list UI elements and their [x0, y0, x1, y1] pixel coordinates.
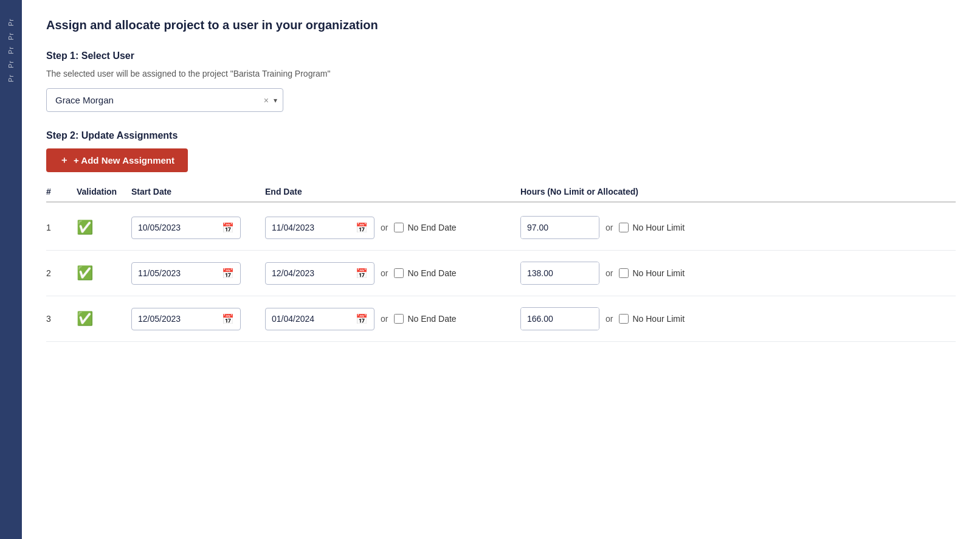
- col-header-start-date: Start Date: [131, 187, 265, 196]
- row-1-hours-or-label: or: [606, 223, 613, 232]
- row-3-hours-group: ▲ ▼ or No Hour Limit: [520, 307, 956, 330]
- row-3-hours-value[interactable]: [521, 308, 599, 330]
- row-3-no-hour-limit-label[interactable]: No Hour Limit: [619, 314, 685, 324]
- row-1-hours-value[interactable]: [521, 217, 599, 238]
- user-select-box[interactable]: Grace Morgan: [46, 88, 283, 112]
- table-row: 1 ✅ 10/05/2023 📅 11/04/2023 📅 or: [46, 205, 956, 251]
- row-3-end-date-field[interactable]: 01/04/2024 📅: [265, 308, 374, 330]
- selected-user-value: Grace Morgan: [55, 95, 114, 105]
- row-3-no-hour-limit-text: No Hour Limit: [632, 314, 685, 324]
- user-select-wrapper[interactable]: Grace Morgan × ▾: [46, 88, 283, 112]
- table-header: # Validation Start Date End Date Hours (…: [46, 187, 956, 203]
- sidebar: Pr Pr Pr Pr Pr: [0, 0, 22, 539]
- row-2-num: 2: [46, 268, 77, 278]
- row-1-end-date-calendar-icon[interactable]: 📅: [356, 222, 368, 234]
- row-3-start-date-field[interactable]: 12/05/2023 📅: [131, 308, 265, 330]
- table-row: 2 ✅ 11/05/2023 📅 12/04/2023 📅 or: [46, 251, 956, 296]
- main-content: Assign and allocate project to a user in…: [22, 0, 980, 539]
- col-header-validation: Validation: [77, 187, 131, 196]
- row-2-no-end-date-label[interactable]: No End Date: [394, 268, 456, 278]
- row-3-end-date-value: 01/04/2024: [272, 314, 356, 324]
- row-3-start-date-calendar-icon[interactable]: 📅: [222, 313, 234, 325]
- row-1-num: 1: [46, 223, 77, 232]
- row-2-end-date-group: 12/04/2023 📅 or No End Date: [265, 262, 520, 285]
- row-3-validation-icon: ✅: [77, 311, 131, 327]
- dropdown-icon[interactable]: ▾: [274, 96, 277, 105]
- row-1-start-date-calendar-icon[interactable]: 📅: [222, 222, 234, 234]
- row-2-no-hour-limit-checkbox[interactable]: [619, 268, 629, 278]
- row-3-end-date-group: 01/04/2024 📅 or No End Date: [265, 308, 520, 330]
- row-2-start-date-field[interactable]: 11/05/2023 📅: [131, 262, 265, 285]
- row-2-no-hour-limit-label[interactable]: No Hour Limit: [619, 268, 685, 278]
- row-3-no-end-date-checkbox[interactable]: [394, 314, 404, 324]
- row-2-validation-icon: ✅: [77, 265, 131, 281]
- row-1-no-end-date-checkbox[interactable]: [394, 223, 404, 232]
- row-3-or-label: or: [381, 314, 388, 324]
- row-2-hours-or-label: or: [606, 268, 613, 278]
- row-3-num: 3: [46, 314, 77, 324]
- row-3-end-date-calendar-icon[interactable]: 📅: [356, 313, 368, 325]
- table-row: 3 ✅ 12/05/2023 📅 01/04/2024 📅 or: [46, 296, 956, 342]
- page-wrapper: Pr Pr Pr Pr Pr Assign and allocate proje…: [0, 0, 980, 539]
- row-3-no-hour-limit-checkbox[interactable]: [619, 314, 629, 324]
- sidebar-label-1: Pr: [7, 18, 15, 26]
- row-2-no-end-date-checkbox[interactable]: [394, 268, 404, 278]
- row-1-or-label: or: [381, 223, 388, 232]
- row-2-end-date-field[interactable]: 12/04/2023 📅: [265, 262, 374, 285]
- add-button-label: + Add New Assignment: [74, 155, 174, 165]
- row-1-no-hour-limit-checkbox[interactable]: [619, 223, 629, 232]
- row-1-start-date-field[interactable]: 10/05/2023 📅: [131, 217, 265, 239]
- clear-icon[interactable]: ×: [264, 96, 269, 105]
- row-2-no-hour-limit-text: No Hour Limit: [632, 268, 685, 278]
- col-header-end-date: End Date: [265, 187, 520, 196]
- step1-section: Step 1: Select User The selected user wi…: [46, 50, 956, 112]
- row-1-end-date-group: 11/04/2023 📅 or No End Date: [265, 217, 520, 239]
- row-1-hours-group: ▲ ▼ or No Hour Limit: [520, 216, 956, 239]
- row-1-no-end-date-label[interactable]: No End Date: [394, 223, 456, 232]
- step1-description: The selected user will be assigned to th…: [46, 69, 956, 78]
- sidebar-label-5: Pr: [7, 74, 15, 82]
- row-3-no-end-date-text: No End Date: [407, 314, 456, 324]
- row-3-start-date-value: 12/05/2023: [138, 314, 222, 324]
- row-1-end-date-field[interactable]: 11/04/2023 📅: [265, 217, 374, 239]
- step2-section: Step 2: Update Assignments ＋ + Add New A…: [46, 130, 956, 342]
- row-2-no-end-date-text: No End Date: [407, 268, 456, 278]
- page-title: Assign and allocate project to a user in…: [46, 18, 956, 32]
- sidebar-label-2: Pr: [7, 32, 15, 40]
- row-2-hours-group: ▲ ▼ or No Hour Limit: [520, 262, 956, 285]
- row-2-end-date-calendar-icon[interactable]: 📅: [356, 268, 368, 279]
- add-new-assignment-button[interactable]: ＋ + Add New Assignment: [46, 148, 188, 172]
- row-1-no-end-date-text: No End Date: [407, 223, 456, 232]
- assignments-table: # Validation Start Date End Date Hours (…: [46, 187, 956, 342]
- row-1-validation-icon: ✅: [77, 220, 131, 235]
- row-1-no-hour-limit-text: No Hour Limit: [632, 223, 685, 232]
- row-3-hours-or-label: or: [606, 314, 613, 324]
- sidebar-label-3: Pr: [7, 46, 15, 54]
- row-1-start-date-value: 10/05/2023: [138, 223, 222, 232]
- col-header-hours: Hours (No Limit or Allocated): [520, 187, 956, 196]
- row-3-no-end-date-label[interactable]: No End Date: [394, 314, 456, 324]
- step1-title: Step 1: Select User: [46, 50, 956, 61]
- row-3-hours-spinner[interactable]: ▲ ▼: [520, 307, 599, 330]
- row-2-or-label: or: [381, 268, 388, 278]
- step2-title: Step 2: Update Assignments: [46, 130, 956, 141]
- sidebar-label-4: Pr: [7, 60, 15, 68]
- row-2-start-date-value: 11/05/2023: [138, 268, 222, 278]
- add-icon: ＋: [60, 155, 69, 166]
- row-2-hours-spinner[interactable]: ▲ ▼: [520, 262, 599, 285]
- col-header-num: #: [46, 187, 77, 196]
- row-2-hours-value[interactable]: [521, 262, 599, 284]
- row-2-start-date-calendar-icon[interactable]: 📅: [222, 268, 234, 279]
- row-2-end-date-value: 12/04/2023: [272, 268, 356, 278]
- user-select-icons: × ▾: [264, 96, 277, 105]
- row-1-hours-spinner[interactable]: ▲ ▼: [520, 216, 599, 239]
- row-1-no-hour-limit-label[interactable]: No Hour Limit: [619, 223, 685, 232]
- row-1-end-date-value: 11/04/2023: [272, 223, 356, 232]
